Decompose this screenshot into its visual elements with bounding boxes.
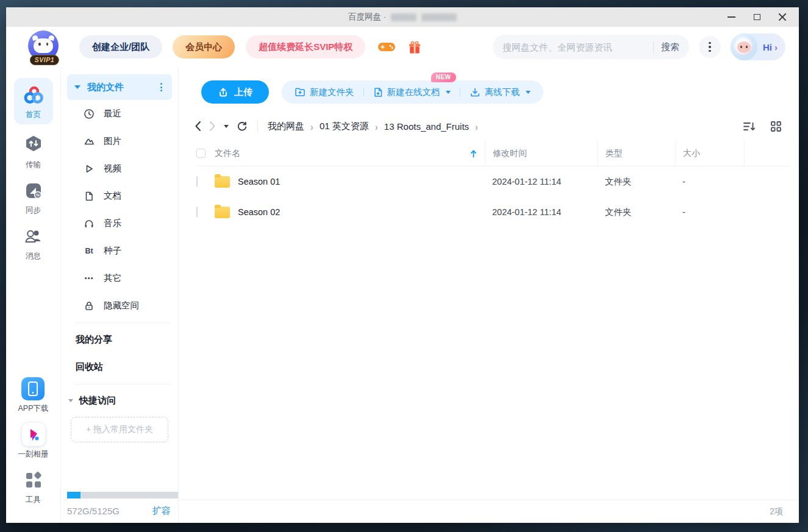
headphones-icon	[83, 218, 95, 229]
greeting-label: Hi	[763, 42, 772, 52]
chevron-right-icon: ›	[774, 42, 778, 52]
close-button[interactable]	[770, 7, 795, 27]
forward-button[interactable]	[209, 121, 216, 132]
file-size: -	[675, 177, 744, 186]
nav-item-other[interactable]: ⋯ 其它	[67, 264, 172, 292]
status-bar: 2项	[179, 500, 799, 523]
search-input[interactable]	[502, 42, 646, 52]
chevron-down-icon	[446, 91, 451, 94]
table-row[interactable]: Season 01 2024-01-12 11:14 文件夹 -	[196, 166, 790, 197]
file-modified-time: 2024-01-12 11:14	[485, 207, 598, 217]
rail-item-photo-album[interactable]: 一刻相册	[18, 423, 49, 459]
nav-my-shares[interactable]: 我的分享	[67, 326, 172, 353]
close-icon	[778, 13, 787, 21]
breadcrumb-bar: 我的网盘 › 01 英文资源 › 13 Roots_and_Fruits ›	[179, 112, 799, 141]
nav-item-hidden-space[interactable]: 隐藏空间	[67, 292, 172, 319]
divider	[74, 322, 171, 323]
breadcrumb-separator: ›	[475, 121, 478, 132]
my-files-menu-icon[interactable]	[158, 80, 165, 94]
search-bar: 搜索	[493, 35, 689, 59]
select-all-checkbox[interactable]	[196, 149, 206, 158]
rail-item-sync[interactable]: 同步	[22, 179, 45, 216]
grid-view-button[interactable]	[770, 121, 782, 132]
document-icon	[83, 191, 95, 202]
nav-item-label: 最近	[104, 108, 121, 119]
storage-section: 572G/5125G 扩容	[61, 492, 178, 523]
drop-folder-zone[interactable]: + 拖入常用文件夹	[71, 417, 168, 442]
my-files-label: 我的文件	[87, 82, 158, 93]
rail-item-transfer[interactable]: 传输	[22, 133, 45, 170]
sort-ascending-icon[interactable]	[470, 149, 477, 158]
divider	[74, 384, 171, 385]
rail-item-tools[interactable]: 工具	[22, 469, 45, 505]
new-online-doc-button[interactable]: NEW 新建在线文档	[364, 80, 460, 104]
play-icon	[83, 163, 95, 174]
new-folder-button[interactable]: 新建文件夹	[285, 80, 363, 104]
column-header-time[interactable]: 修改时间	[485, 141, 598, 166]
column-header-label: 大小	[683, 148, 700, 159]
window-title: 百度网盘 ·	[6, 7, 799, 27]
collapse-triangle-icon	[74, 85, 80, 89]
nav-item-pictures[interactable]: 图片	[67, 127, 172, 155]
nav-item-recent[interactable]: 最近	[67, 100, 172, 127]
create-team-button[interactable]: 创建企业/团队	[79, 35, 162, 59]
file-type: 文件夹	[598, 207, 675, 218]
row-checkbox[interactable]	[196, 207, 198, 218]
breadcrumb-item[interactable]: 我的网盘	[268, 121, 304, 132]
more-menu-button[interactable]	[699, 36, 721, 58]
nav-recycle-bin[interactable]: 回收站	[67, 353, 172, 381]
svip-promo-button[interactable]: 超值续费延长SVIP特权	[246, 35, 365, 59]
offline-download-button[interactable]: 离线下载	[460, 80, 540, 104]
upload-label: 上传	[234, 87, 252, 98]
nav-item-documents[interactable]: 文档	[67, 182, 172, 210]
maximize-button[interactable]	[744, 7, 770, 27]
refresh-button[interactable]	[237, 121, 248, 132]
nav-quick-access[interactable]: 快捷访问	[67, 388, 172, 413]
upload-button[interactable]: 上传	[201, 80, 269, 104]
nav-my-files[interactable]: 我的文件	[67, 74, 172, 100]
row-checkbox[interactable]	[196, 176, 198, 187]
gamepad-icon[interactable]	[377, 40, 396, 54]
nav-item-label: 文档	[104, 190, 121, 202]
item-count-label: 2项	[770, 506, 783, 517]
file-name[interactable]: Season 02	[238, 207, 280, 217]
breadcrumb-item[interactable]: 01 英文资源	[320, 121, 369, 132]
ellipsis-icon: ⋯	[83, 273, 95, 284]
app-logo[interactable]: SVIP1	[28, 30, 61, 63]
file-name[interactable]: Season 01	[238, 177, 280, 186]
rail-item-home[interactable]: 首页	[14, 78, 53, 124]
minimize-button[interactable]	[718, 7, 744, 27]
column-header-name[interactable]: 文件名	[215, 141, 485, 166]
table-row[interactable]: Season 02 2024-01-12 11:14 文件夹 -	[196, 197, 790, 227]
history-dropdown-button[interactable]	[224, 125, 229, 128]
rail-item-messages[interactable]: 消息	[22, 225, 45, 261]
mountain-icon	[83, 136, 95, 147]
expand-storage-link[interactable]: 扩容	[152, 505, 171, 517]
left-rail: 首页 传输	[6, 67, 61, 523]
column-header-size[interactable]: 大小	[675, 141, 744, 166]
storage-progress-fill	[67, 492, 80, 498]
back-button[interactable]	[195, 121, 201, 132]
nav-item-music[interactable]: 音乐	[67, 210, 172, 237]
rail-item-app-download[interactable]: APP下载	[18, 377, 48, 414]
title-redacted-username	[391, 13, 417, 21]
new-folder-label: 新建文件夹	[310, 87, 354, 98]
collapse-triangle-icon	[68, 399, 73, 402]
avatar	[731, 34, 757, 60]
breadcrumb-item[interactable]: 13 Roots_and_Fruits	[384, 121, 469, 132]
gift-icon[interactable]	[408, 40, 421, 54]
sort-button[interactable]	[743, 121, 756, 132]
column-header-label: 类型	[606, 148, 623, 159]
column-header-extra	[744, 141, 790, 166]
user-account-button[interactable]: Hi ›	[731, 34, 785, 60]
column-header-type[interactable]: 类型	[598, 141, 675, 166]
member-center-button[interactable]: 会员中心	[173, 35, 235, 59]
breadcrumb: 我的网盘 › 01 英文资源 › 13 Roots_and_Fruits ›	[268, 121, 478, 132]
search-button[interactable]: 搜索	[661, 41, 679, 53]
new-folder-icon	[295, 87, 306, 97]
svip-badge: SVIP1	[30, 55, 59, 65]
nav-item-videos[interactable]: 视频	[67, 155, 172, 182]
tools-icon	[22, 469, 45, 492]
nav-item-torrents[interactable]: Bt 种子	[67, 237, 172, 264]
download-icon	[470, 87, 481, 98]
